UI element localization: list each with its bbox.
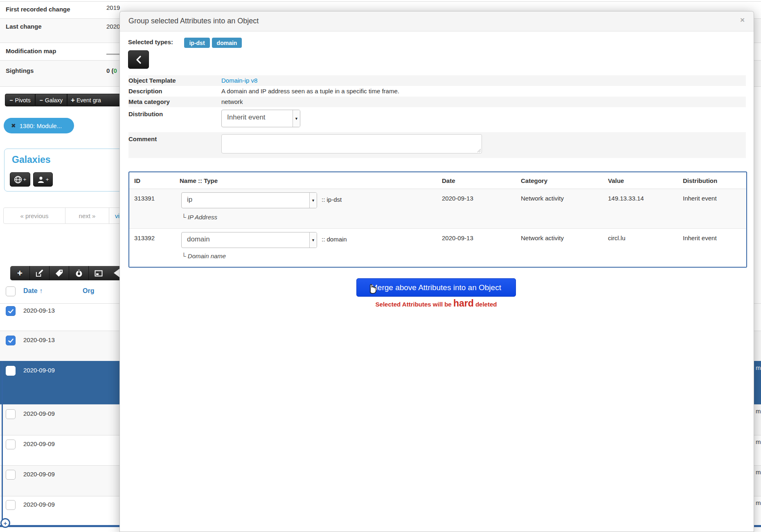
person-icon	[37, 176, 45, 183]
hard-delete-warning: Selected Attributes will be hard deleted	[356, 298, 516, 309]
dropdown-arrow-icon: ▼	[293, 110, 300, 127]
select-all-checkbox[interactable]	[6, 286, 16, 296]
modal-title: Group selected Attributes into an Object	[128, 17, 259, 25]
left-panel: First recorded change 2019-10-17 13:42:5…	[0, 0, 120, 532]
col-date: Date	[442, 177, 455, 184]
merge-attributes-button[interactable]: Merge above Attributes into an Object	[356, 278, 516, 297]
column-header-org[interactable]: Org	[83, 287, 94, 295]
row-checkbox[interactable]	[6, 470, 16, 480]
row-checkbox[interactable]	[6, 366, 16, 376]
add-galaxy-local-button[interactable]: +	[33, 172, 53, 187]
row-checkbox[interactable]	[6, 440, 16, 449]
col-id: ID	[134, 177, 140, 184]
pagination-view-all[interactable]: view all	[109, 207, 120, 224]
date-header-label: Date	[23, 287, 38, 294]
add-galaxy-global-button[interactable]: +	[10, 172, 30, 187]
event-graph-toggle-button[interactable]: + Event gra	[67, 94, 120, 106]
attr-row-date: 2020-09-09	[23, 367, 55, 374]
close-icon[interactable]: ×	[740, 16, 745, 25]
plus-icon: +	[71, 96, 75, 104]
attr-date: 2020-09-13	[442, 195, 473, 202]
row-checkbox[interactable]	[6, 409, 16, 419]
distribution-selected-value: Inherit event	[227, 113, 266, 122]
type-badge-ip-dst: ip-dst	[184, 38, 210, 48]
galaxy-label: Galaxy	[45, 97, 63, 104]
add-attribute-button[interactable]: +	[10, 266, 30, 280]
pivots-label: Pivots	[15, 97, 31, 104]
back-button[interactable]	[128, 50, 149, 69]
object-relation-value: domain	[187, 235, 210, 243]
attr-category: Network activity	[521, 234, 564, 241]
galaxy-toggle-button[interactable]: − Galaxy	[35, 94, 67, 106]
chevron-left-icon	[135, 55, 142, 64]
galaxy-rebel-icon[interactable]	[69, 266, 89, 280]
column-header-date[interactable]: Date ↑	[23, 287, 43, 295]
attr-row-date: 2020-09-09	[23, 471, 55, 478]
object-relation-select[interactable]: domain ▼	[181, 232, 317, 248]
dropdown-arrow-icon: ▼	[309, 232, 317, 248]
col-value: Value	[608, 177, 624, 184]
modal-header: Group selected Attributes into an Object…	[120, 11, 754, 32]
attr-type-suffix: :: domain	[322, 236, 347, 243]
attr-date: 2020-09-13	[442, 234, 473, 241]
object-relation-select[interactable]: ip ▼	[181, 192, 317, 208]
plus-icon: +	[17, 269, 23, 278]
galaxies-title: Galaxies	[12, 154, 51, 165]
selected-types-label: Selected types:	[128, 38, 173, 45]
tag-icon[interactable]	[50, 266, 69, 280]
pivots-toggle-button[interactable]: − Pivots	[5, 94, 35, 106]
attr-id: 313391	[134, 195, 155, 202]
warning-prefix: Selected Attributes will be	[376, 301, 453, 308]
badge-label: ip-dst	[189, 40, 205, 46]
comment-textarea[interactable]	[221, 134, 482, 153]
distribution-select[interactable]: Inherit event ▼	[221, 110, 300, 127]
dropdown-arrow-icon: ▼	[309, 193, 317, 208]
attr-row-date: 2020-09-13	[23, 336, 55, 343]
modal-table-header-row: ID Name :: Type Date Category Value Dist…	[129, 172, 746, 189]
form-row-meta-category: Meta category network	[128, 97, 746, 107]
pagination-next[interactable]: next »	[65, 207, 109, 224]
plus-icon: +	[4, 520, 7, 526]
object-template-label: Object Template	[128, 77, 176, 84]
misp-event-page: m m m m m First recorded change 2019-10-…	[0, 0, 761, 532]
attr-type-suffix: :: ip-dst	[322, 196, 342, 203]
col-distribution: Distribution	[683, 177, 717, 184]
edit-attributes-button[interactable]	[30, 266, 50, 280]
description-value: A domain and IP address seen as a tuple …	[221, 88, 399, 95]
warning-hard: hard	[453, 298, 474, 309]
popover-arrow	[114, 268, 120, 278]
object-relation-value: ip	[187, 196, 192, 204]
attr-row-date: 2020-09-13	[23, 307, 55, 314]
sightings-value: 0 (0	[106, 67, 117, 74]
group-attributes-modal: Group selected Attributes into an Object…	[119, 11, 754, 532]
minus-icon: −	[9, 97, 13, 104]
meta-value-first-recorded: 2019-10-17 13:42:51	[106, 4, 120, 11]
edit-icon	[36, 269, 43, 277]
row-checkbox-checked[interactable]	[6, 336, 16, 345]
quick-add-attribute-button[interactable]: +	[0, 518, 10, 528]
pagination-previous[interactable]: « previous	[3, 207, 65, 224]
pill-close-icon[interactable]: ✖	[11, 122, 16, 129]
next-label: next »	[79, 212, 96, 219]
distribution-label: Distribution	[128, 110, 163, 117]
meta-label-sightings: Sightings	[6, 67, 34, 74]
row-checkbox[interactable]	[6, 500, 16, 510]
meta-label-first-recorded: First recorded change	[6, 6, 70, 13]
sort-ascending-icon: ↑	[39, 287, 43, 294]
modal-attr-row: 313391 ip ▼ :: ip-dst └ IP Address 2020-…	[129, 189, 746, 229]
object-template-link[interactable]: Domain-ip v8	[221, 77, 257, 84]
galaxies-panel: Galaxies + +	[4, 149, 120, 192]
form-row-comment: Comment	[128, 132, 746, 158]
resize-grip-icon[interactable]	[476, 148, 481, 153]
minus-icon: −	[40, 97, 43, 104]
pivot-module-pill[interactable]: ✖ 1380: Module...	[4, 118, 74, 133]
relation-hint: └ Domain name	[182, 252, 226, 259]
warning-suffix: deleted	[474, 301, 497, 308]
description-label: Description	[128, 88, 162, 95]
row-checkbox-checked[interactable]	[6, 306, 16, 316]
group-object-icon[interactable]	[89, 266, 108, 280]
attr-id: 313392	[134, 234, 155, 241]
modal-attribute-table: ID Name :: Type Date Category Value Dist…	[128, 171, 747, 268]
form-row-distribution: Distribution Inherit event ▼	[128, 107, 746, 132]
comment-label: Comment	[128, 135, 157, 142]
